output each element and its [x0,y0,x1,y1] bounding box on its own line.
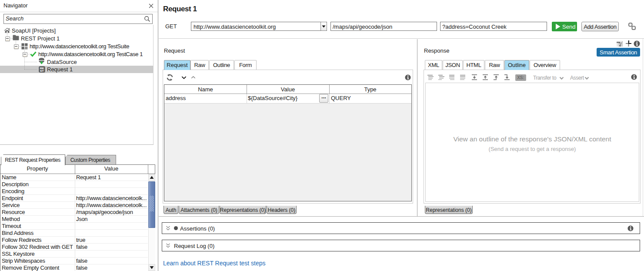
svg-text:ST: ST [40,70,44,72]
svg-text:RE: RE [40,67,44,70]
